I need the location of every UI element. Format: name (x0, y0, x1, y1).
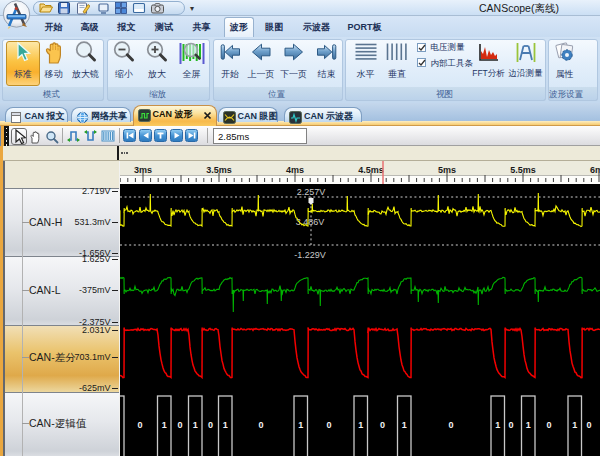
svg-text:5ms: 5ms (438, 165, 456, 175)
svg-text:0: 0 (380, 420, 385, 430)
svg-text:1: 1 (298, 420, 303, 430)
svg-text:3ms: 3ms (134, 165, 152, 175)
svg-text:1: 1 (526, 420, 531, 430)
svg-text:3.486V: 3.486V (296, 217, 325, 227)
svg-text:4.5ms: 4.5ms (358, 165, 384, 175)
svg-text:1: 1 (572, 420, 577, 430)
svg-text:3.5ms: 3.5ms (206, 165, 232, 175)
svg-text:4ms: 4ms (286, 165, 304, 175)
svg-text:0: 0 (586, 420, 591, 430)
svg-text:0: 0 (448, 420, 453, 430)
svg-text:2.257V: 2.257V (297, 187, 326, 197)
svg-text:0: 0 (208, 420, 213, 430)
svg-text:1: 1 (162, 420, 167, 430)
svg-text:0: 0 (508, 420, 513, 430)
svg-text:1: 1 (402, 420, 407, 430)
svg-text:0: 0 (326, 420, 331, 430)
svg-text:1: 1 (193, 420, 198, 430)
svg-text:1: 1 (358, 420, 363, 430)
svg-text:1: 1 (223, 420, 228, 430)
svg-text:0: 0 (137, 420, 142, 430)
svg-text:0: 0 (546, 420, 551, 430)
svg-text:5.5ms: 5.5ms (510, 165, 536, 175)
svg-text:0: 0 (177, 420, 182, 430)
svg-text:-1.229V: -1.229V (294, 250, 326, 260)
svg-text:0: 0 (258, 420, 263, 430)
svg-text:1: 1 (495, 420, 500, 430)
svg-text:6ms: 6ms (590, 165, 600, 175)
